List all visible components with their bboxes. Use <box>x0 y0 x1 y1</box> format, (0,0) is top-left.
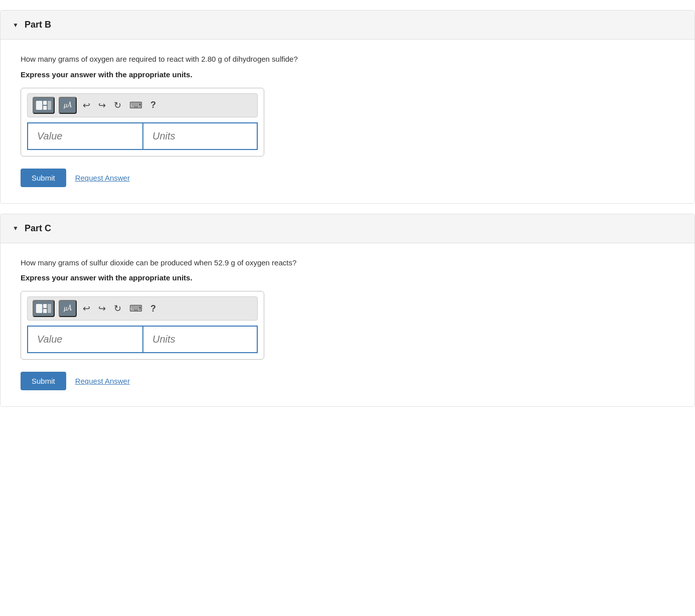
svg-rect-6 <box>43 309 47 313</box>
part-b-answer-widget: μÅ ↩ ↪ ↻ ⌨ <box>21 88 264 157</box>
part-c-answer-widget: μÅ ↩ ↪ ↻ ⌨ <box>21 291 264 360</box>
keyboard-button[interactable]: ⌨ <box>127 99 144 112</box>
redo-button[interactable]: ↪ <box>96 99 108 112</box>
part-c-redo-icon: ↪ <box>98 303 106 314</box>
part-c-request-answer-button[interactable]: Request Answer <box>75 377 130 385</box>
svg-rect-1 <box>43 101 47 105</box>
part-b-submit-button[interactable]: Submit <box>21 169 66 187</box>
part-c-instruction: Express your answer with the appropriate… <box>21 273 674 282</box>
part-b-body: How many grams of oxygen are required to… <box>1 40 694 203</box>
part-c-refresh-icon: ↻ <box>114 303 121 314</box>
part-c-help-button[interactable]: ? <box>148 302 158 315</box>
help-button[interactable]: ? <box>148 99 158 111</box>
svg-rect-0 <box>36 101 43 110</box>
part-c-template-icon-button[interactable] <box>33 300 55 317</box>
template-icon-button[interactable] <box>33 97 55 114</box>
redo-icon: ↪ <box>98 100 106 110</box>
part-b-units-input[interactable] <box>142 122 258 150</box>
part-b-action-row: Submit Request Answer <box>21 169 674 187</box>
part-c-submit-button[interactable]: Submit <box>21 372 66 390</box>
undo-button[interactable]: ↩ <box>81 99 92 112</box>
svg-rect-2 <box>43 105 47 109</box>
part-b-section: ▼ Part B How many grams of oxygen are re… <box>0 10 695 204</box>
part-c-action-row: Submit Request Answer <box>21 372 674 390</box>
svg-rect-7 <box>48 304 51 313</box>
part-b-toolbar: μÅ ↩ ↪ ↻ ⌨ <box>27 93 258 117</box>
svg-rect-5 <box>43 304 47 308</box>
mu-a-label: μÅ <box>64 101 72 109</box>
part-b-instruction: Express your answer with the appropriate… <box>21 70 674 79</box>
part-c-refresh-button[interactable]: ↻ <box>112 302 123 315</box>
part-b-title: Part B <box>25 20 51 30</box>
part-c-units-input[interactable] <box>142 326 258 353</box>
part-b-header: ▼ Part B <box>1 11 694 40</box>
svg-rect-4 <box>36 304 43 313</box>
part-c-undo-icon: ↩ <box>83 303 90 314</box>
svg-rect-3 <box>48 101 51 110</box>
part-c-toolbar: μÅ ↩ ↪ ↻ ⌨ <box>27 296 258 321</box>
refresh-icon: ↻ <box>114 100 121 110</box>
part-c-mu-a-label: μÅ <box>64 304 72 313</box>
refresh-button[interactable]: ↻ <box>112 99 123 112</box>
part-c-input-row <box>27 326 258 353</box>
part-c-collapse-arrow[interactable]: ▼ <box>13 225 19 232</box>
part-c-section: ▼ Part C How many grams of sulfur dioxid… <box>0 214 695 407</box>
part-c-header: ▼ Part C <box>1 214 694 243</box>
part-b-request-answer-button[interactable]: Request Answer <box>75 174 130 182</box>
part-c-title: Part C <box>25 223 51 234</box>
keyboard-icon: ⌨ <box>129 100 142 110</box>
part-c-redo-button[interactable]: ↪ <box>96 302 108 315</box>
part-c-value-input[interactable] <box>27 326 142 353</box>
part-c-keyboard-icon: ⌨ <box>129 303 142 314</box>
undo-icon: ↩ <box>83 100 90 110</box>
part-c-mu-a-button[interactable]: μÅ <box>59 300 77 317</box>
part-b-question: How many grams of oxygen are required to… <box>21 54 674 65</box>
help-icon: ? <box>150 100 156 110</box>
part-b-value-input[interactable] <box>27 122 142 150</box>
part-c-question: How many grams of sulfur dioxide can be … <box>21 257 674 269</box>
part-c-keyboard-button[interactable]: ⌨ <box>127 302 144 315</box>
part-b-collapse-arrow[interactable]: ▼ <box>13 22 19 29</box>
part-c-body: How many grams of sulfur dioxide can be … <box>1 243 694 407</box>
part-b-input-row <box>27 122 258 150</box>
mu-a-button[interactable]: μÅ <box>59 97 77 114</box>
part-c-help-icon: ? <box>150 303 156 314</box>
part-c-undo-button[interactable]: ↩ <box>81 302 92 315</box>
